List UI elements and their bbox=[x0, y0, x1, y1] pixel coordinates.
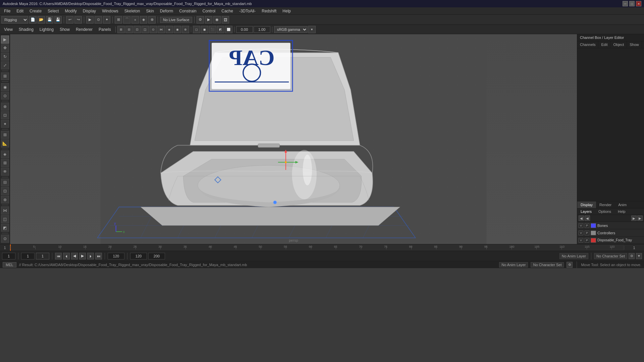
viewport[interactable]: CAP x bbox=[10, 34, 577, 244]
total-end-input[interactable] bbox=[148, 253, 165, 259]
snap-point-btn[interactable]: + bbox=[131, 16, 139, 23]
snap-view-btn[interactable]: ◈ bbox=[140, 16, 147, 23]
render-settings-btn[interactable]: ⚙ bbox=[197, 16, 204, 23]
grid-tool[interactable]: ⊞ bbox=[1, 159, 9, 167]
edit-tab[interactable]: Edit bbox=[598, 41, 610, 48]
playback-end-input[interactable] bbox=[130, 253, 147, 259]
vp-icon3[interactable]: ⊡ bbox=[133, 26, 141, 33]
options-tab[interactable]: Options bbox=[595, 208, 614, 215]
render-btn[interactable]: ▶ bbox=[205, 16, 212, 23]
menu-redshift[interactable]: Redshift bbox=[259, 8, 279, 14]
vp-icon13[interactable]: ◩ bbox=[217, 26, 224, 33]
play-back-btn[interactable]: ◀ bbox=[71, 253, 78, 259]
timeline[interactable]: 1 05101520253035404550556065707580859095… bbox=[0, 244, 644, 251]
lasso-btn[interactable]: ⊙ bbox=[95, 16, 102, 23]
maximize-button[interactable]: □ bbox=[629, 1, 635, 6]
rotate-tool[interactable]: ↻ bbox=[1, 53, 9, 61]
current-frame-input[interactable] bbox=[2, 253, 15, 259]
snap-surface-btn[interactable]: ⊗ bbox=[148, 16, 156, 23]
vp-icon10[interactable]: ◻ bbox=[193, 26, 200, 33]
vp-icon12[interactable]: ⬛ bbox=[209, 26, 216, 33]
status-gear-icon[interactable]: ⚙ bbox=[567, 262, 573, 268]
no-live-surface[interactable]: No Live Surface bbox=[160, 17, 192, 23]
layer-scroll-left[interactable]: ◀ bbox=[579, 216, 584, 221]
layer-row-controllers[interactable]: V P Controllers bbox=[577, 229, 644, 237]
render-tool[interactable]: ◈ bbox=[1, 150, 9, 159]
menu-cache[interactable]: Cache bbox=[219, 8, 236, 14]
render-tab[interactable]: Render bbox=[596, 201, 615, 208]
shading-menu[interactable]: Shading bbox=[16, 26, 36, 33]
vp-icon6[interactable]: ⋈ bbox=[158, 26, 165, 33]
vp-icon14[interactable]: ⬜ bbox=[225, 26, 232, 33]
display-tab[interactable]: Display bbox=[577, 201, 596, 208]
timeline-ruler[interactable]: 0510152025303540455055606570758085909510… bbox=[10, 244, 624, 251]
select-tool[interactable]: ▶ bbox=[1, 36, 9, 44]
menu-display[interactable]: Display bbox=[80, 8, 99, 14]
value1-input[interactable] bbox=[236, 26, 253, 33]
controllers-v-btn[interactable]: V bbox=[579, 231, 583, 235]
menu-windows[interactable]: Windows bbox=[99, 8, 121, 14]
extra-tool6[interactable]: ◩ bbox=[1, 224, 9, 232]
value2-input[interactable] bbox=[254, 26, 270, 33]
undo-btn[interactable]: ↩ bbox=[66, 16, 73, 23]
menu-constrain[interactable]: Constrain bbox=[176, 8, 199, 14]
universal-tool[interactable]: ⊞ bbox=[1, 72, 9, 80]
menu-3dtoall[interactable]: -3DToAll- bbox=[236, 8, 258, 14]
start-frame-input[interactable] bbox=[21, 253, 35, 259]
go-end-btn[interactable]: ⏭ bbox=[95, 253, 102, 259]
layer-scroll-right[interactable]: ▶ bbox=[631, 216, 637, 221]
snap-tool[interactable]: ⊞ bbox=[1, 131, 9, 139]
renderer-menu[interactable]: Renderer bbox=[73, 26, 95, 33]
scale-tool[interactable]: ⤢ bbox=[1, 61, 9, 69]
save-as-btn[interactable]: 💾 bbox=[54, 16, 62, 23]
vp-icon5[interactable]: ⊙ bbox=[150, 26, 157, 33]
menu-skeleton[interactable]: Skeleton bbox=[122, 8, 143, 14]
move-tool[interactable]: ✥ bbox=[1, 44, 9, 52]
disposable-p-btn[interactable]: P bbox=[585, 238, 589, 243]
controllers-p-btn[interactable]: P bbox=[585, 231, 589, 235]
vp-icon4[interactable]: ◫ bbox=[142, 26, 149, 33]
no-anim-layer-status[interactable]: No Anim Layer bbox=[499, 262, 528, 267]
minimize-button[interactable]: ─ bbox=[623, 1, 628, 6]
paint-tool[interactable]: ✦ bbox=[1, 120, 9, 128]
snap-curve-btn[interactable]: ⌒ bbox=[123, 16, 130, 23]
show-menu[interactable]: Show bbox=[57, 26, 72, 33]
range-end-input[interactable] bbox=[108, 253, 124, 259]
select-btn[interactable]: ▶ bbox=[86, 16, 94, 23]
layers-tab[interactable]: Layers bbox=[577, 208, 595, 215]
vp-icon8[interactable]: ◉ bbox=[174, 26, 181, 33]
bones-v-btn[interactable]: V bbox=[579, 223, 583, 228]
menu-modify[interactable]: Modify bbox=[62, 8, 79, 14]
redo-btn[interactable]: ↪ bbox=[74, 16, 82, 23]
soft-select-tool[interactable]: ◉ bbox=[1, 83, 9, 91]
view-menu[interactable]: View bbox=[1, 26, 15, 33]
show-tab[interactable]: Show bbox=[627, 41, 642, 48]
save-scene-btn[interactable]: 💾 bbox=[46, 16, 53, 23]
play-fwd-btn[interactable]: ▶ bbox=[79, 253, 86, 259]
char-set-icon[interactable]: ⚙ bbox=[629, 253, 635, 259]
close-button[interactable]: ✕ bbox=[636, 1, 641, 6]
snap-grid-btn[interactable]: ⊞ bbox=[115, 16, 122, 23]
menu-control[interactable]: Control bbox=[200, 8, 218, 14]
cluster-tool[interactable]: ⊗ bbox=[1, 103, 9, 111]
lasso-tool[interactable]: ⊙ bbox=[1, 92, 9, 100]
menu-deform[interactable]: Deform bbox=[157, 8, 176, 14]
go-start-btn[interactable]: ⏮ bbox=[55, 253, 62, 259]
extra-tool5[interactable]: ◫ bbox=[1, 215, 9, 223]
layer-row-bones[interactable]: V P Bones bbox=[577, 222, 644, 229]
menu-select[interactable]: Select bbox=[45, 8, 61, 14]
extra-tool4[interactable]: ⋈ bbox=[1, 206, 9, 215]
step-back-btn[interactable]: ⏴ bbox=[63, 253, 70, 259]
object-tab[interactable]: Object bbox=[610, 41, 627, 48]
menu-create[interactable]: Create bbox=[27, 8, 44, 14]
extra-tool3[interactable]: ⊕ bbox=[1, 196, 9, 204]
menu-file[interactable]: File bbox=[1, 8, 13, 14]
paint-btn[interactable]: ✦ bbox=[103, 16, 110, 23]
layer-row-disposable[interactable]: V P Disposable_Food_Tray bbox=[577, 237, 644, 244]
render-view-btn[interactable]: 🖼 bbox=[222, 16, 229, 23]
vp-icon2[interactable]: ⊟ bbox=[125, 26, 133, 33]
vp-icon9[interactable]: ⊕ bbox=[182, 26, 189, 33]
mode-dropdown[interactable]: Rigging Animation Modeling bbox=[1, 16, 28, 23]
char-set-icon2[interactable]: ▼ bbox=[636, 253, 642, 259]
extra-tool2[interactable]: ⊡ bbox=[1, 187, 9, 195]
